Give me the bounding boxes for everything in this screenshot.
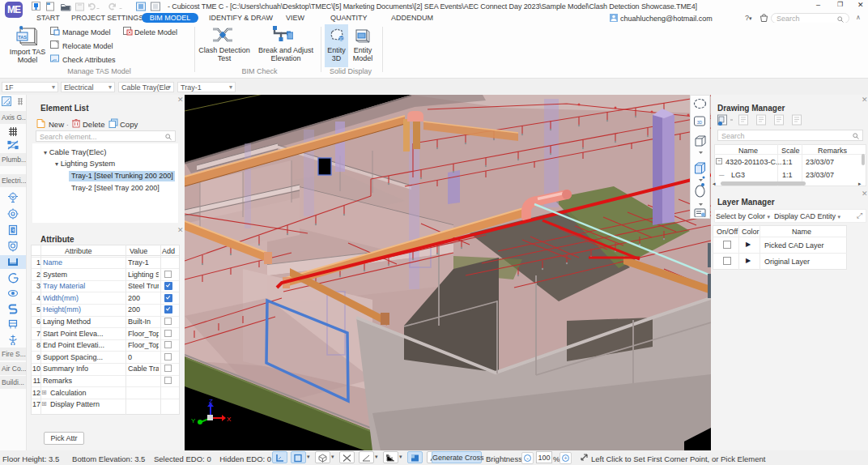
svg-text:Y: Y: [191, 417, 196, 424]
svg-text:Z: Z: [209, 398, 213, 405]
svg-text:3D: 3D: [339, 37, 345, 41]
svg-text:X: X: [227, 416, 232, 423]
svg-text:TAS: TAS: [18, 35, 27, 40]
svg-text:3D: 3D: [697, 120, 703, 125]
